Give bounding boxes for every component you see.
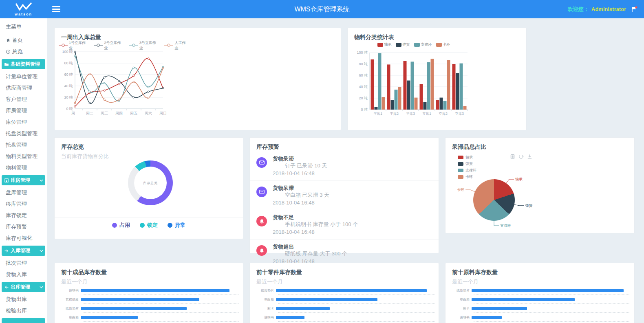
bar-track xyxy=(81,289,239,292)
sidebar-item-23[interactable]: 货物出库 xyxy=(0,294,47,305)
bar[interactable] xyxy=(276,307,330,310)
bar[interactable] xyxy=(398,87,401,110)
card-title: 前十原料库存数量 xyxy=(452,269,628,276)
sidebar-item-21[interactable]: 货物入库 xyxy=(0,269,47,280)
sidebar-item-10[interactable]: 托盘管理 xyxy=(0,139,47,151)
sidebar-item-label: 库存锁定 xyxy=(6,212,27,219)
legend-item[interactable]: 卡环 xyxy=(458,174,476,180)
legend-item[interactable]: 轴承 xyxy=(458,154,476,160)
bar[interactable] xyxy=(427,62,430,110)
legend-item[interactable]: 轴承 xyxy=(377,42,392,47)
legend-item[interactable]: 占用 xyxy=(112,222,130,229)
bar[interactable] xyxy=(472,307,527,310)
bar[interactable] xyxy=(472,316,502,319)
bar[interactable] xyxy=(382,97,385,110)
sidebar-item-1[interactable]: 首页 xyxy=(0,35,47,46)
sidebar-item-20[interactable]: 批次管理 xyxy=(0,257,47,269)
sidebar-item-22[interactable]: 出库管理 xyxy=(2,282,45,292)
alert-time: 2018-10-04 16:48 xyxy=(273,170,432,177)
bar[interactable] xyxy=(411,62,414,110)
sidebar-item-12[interactable]: 物料管理 xyxy=(0,162,47,174)
legend-swatch-icon xyxy=(377,43,383,47)
bar[interactable] xyxy=(431,59,434,110)
bar[interactable] xyxy=(460,64,463,110)
sidebar-item-5[interactable]: 供应商管理 xyxy=(0,82,47,94)
bar[interactable] xyxy=(81,307,187,310)
sidebar-item-14[interactable]: 盘库管理 xyxy=(0,187,47,198)
bar[interactable] xyxy=(395,90,398,110)
bar[interactable] xyxy=(378,53,382,110)
bar[interactable] xyxy=(463,106,467,110)
bar[interactable] xyxy=(276,316,304,319)
sidebar-item-24[interactable]: 检验出库 xyxy=(0,305,47,316)
legend-swatch-icon xyxy=(436,43,442,47)
chart-toolbar xyxy=(510,154,532,159)
data-view-icon[interactable] xyxy=(510,154,515,159)
legend-item[interactable]: 异常 xyxy=(168,222,185,229)
bar[interactable] xyxy=(472,298,575,301)
x-axis-tick-label: 平库3 xyxy=(406,112,415,116)
sidebar-item-25[interactable] xyxy=(2,318,45,323)
sidebar-item-2[interactable]: 总览 xyxy=(0,46,47,57)
bar[interactable] xyxy=(456,73,459,110)
alert-desc: 手机说明书 库存量 小于 100 个 xyxy=(285,221,432,228)
sidebar-item-13[interactable]: 库房管理 xyxy=(2,175,45,185)
bar-track xyxy=(81,307,239,310)
bar[interactable] xyxy=(407,81,410,110)
sidebar-item-8[interactable]: 库位管理 xyxy=(0,116,47,128)
bar[interactable] xyxy=(387,64,390,110)
line-series-3[interactable] xyxy=(75,56,163,101)
legend-item[interactable]: 支撑环 xyxy=(458,167,476,174)
bar[interactable] xyxy=(391,100,394,110)
bar[interactable] xyxy=(472,289,624,292)
sidebar-item-15[interactable]: 移库管理 xyxy=(0,198,47,210)
refresh-icon[interactable] xyxy=(518,154,524,159)
legend-item[interactable]: 弹簧 xyxy=(396,42,410,47)
legend-item[interactable]: 弹簧 xyxy=(458,160,476,167)
bar[interactable] xyxy=(276,298,377,301)
bar[interactable] xyxy=(443,101,447,110)
sidebar-item-19[interactable]: 入库管理 xyxy=(2,246,45,256)
stagnant-pie-chart[interactable] xyxy=(473,179,515,221)
bar[interactable] xyxy=(440,98,443,110)
sidebar-item-17[interactable]: 库存预警 xyxy=(0,221,47,233)
download-icon[interactable] xyxy=(527,154,532,159)
bar[interactable] xyxy=(371,59,374,110)
bar[interactable] xyxy=(81,298,199,301)
sidebar-item-18[interactable]: 库存可视化 xyxy=(0,233,47,244)
sidebar-item-16[interactable]: 库存锁定 xyxy=(0,210,47,221)
bar[interactable] xyxy=(81,316,138,319)
bar[interactable] xyxy=(81,289,229,292)
sidebar-item-11[interactable]: 物料类型管理 xyxy=(0,151,47,162)
bar[interactable] xyxy=(423,102,427,110)
bar[interactable] xyxy=(452,64,456,110)
sidebar-item-4[interactable]: 计量单位管理 xyxy=(0,71,47,82)
sidebar-item-9[interactable]: 托盘类型管理 xyxy=(0,128,47,139)
y-axis-tick-label: 80 吨 xyxy=(359,62,368,66)
bar[interactable] xyxy=(420,84,423,110)
bar[interactable] xyxy=(436,100,439,110)
bar-track xyxy=(276,307,434,310)
username[interactable]: Administrator xyxy=(591,6,626,12)
alert-item[interactable]: 货物呆滞空白箱 已呆滞 3 天2018-10-04 16:48 xyxy=(250,181,439,210)
inventory-donut-chart[interactable]: 库存总览 xyxy=(128,160,173,205)
sidebar-item-6[interactable]: 客户管理 xyxy=(0,94,47,105)
bar[interactable] xyxy=(415,98,418,110)
bar[interactable] xyxy=(404,61,407,110)
bar[interactable] xyxy=(375,107,378,110)
line-series-4[interactable] xyxy=(75,68,163,103)
legend-item[interactable]: 支撑环 xyxy=(414,42,432,47)
data-point-marker xyxy=(74,102,76,104)
bar-category-label: 说明书 xyxy=(253,315,276,320)
alert-item[interactable]: 货物呆滞钉子 已呆滞 10 天2018-10-04 16:48 xyxy=(250,152,439,181)
bar[interactable] xyxy=(276,289,427,292)
notification-flag-icon[interactable] xyxy=(631,6,637,13)
pie-label-line xyxy=(514,204,524,206)
sidebar-item-3[interactable]: 基础资料管理 xyxy=(2,59,45,69)
legend-item[interactable]: 锁定 xyxy=(140,222,158,229)
pie-labels-overlay: 轴承弹簧支撑环卡环 xyxy=(446,138,635,234)
legend-item[interactable]: 卡环 xyxy=(436,42,450,47)
bar[interactable] xyxy=(447,60,450,110)
sidebar-item-7[interactable]: 库房管理 xyxy=(0,105,47,116)
alert-item[interactable]: 货物不足手机说明书 库存量 小于 100 个2018-10-04 16:48 xyxy=(250,210,439,240)
